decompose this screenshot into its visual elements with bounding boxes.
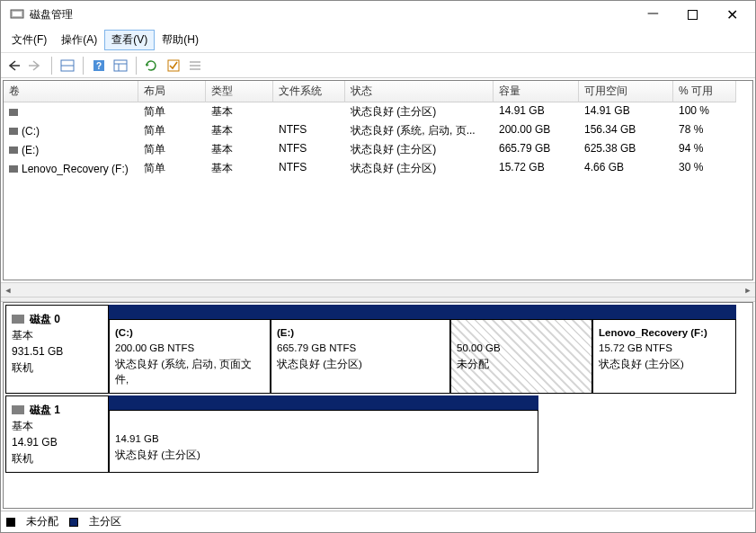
volume-row[interactable]: (C:)简单基本NTFS状态良好 (系统, 启动, 页...200.00 GB1… (4, 121, 752, 140)
partition[interactable]: (E:)665.79 GB NTFS状态良好 (主分区) (271, 319, 450, 394)
scroll-left-icon[interactable]: ◄ (1, 283, 15, 297)
svg-rect-10 (168, 60, 179, 71)
svg-text:?: ? (96, 61, 102, 71)
partition[interactable]: 14.91 GB状态良好 (主分区) (109, 410, 538, 473)
volume-icon (9, 147, 18, 154)
volume-header: 卷 布局 类型 文件系统 状态 容量 可用空间 % 可用 (4, 81, 752, 102)
disk-map: 磁盘 0基本931.51 GB联机(C:)200.00 GB NTFS状态良好 … (3, 302, 753, 509)
volume-icon (9, 165, 18, 173)
legend-primary-label: 主分区 (89, 514, 121, 529)
volume-icon (9, 109, 18, 116)
disk-icon (12, 315, 24, 324)
col-fs[interactable]: 文件系统 (273, 81, 345, 102)
volume-row[interactable]: 简单基本状态良好 (主分区)14.91 GB14.91 GB100 % (4, 102, 752, 121)
disk-row: 磁盘 0基本931.51 GB联机(C:)200.00 GB NTFS状态良好 … (5, 305, 751, 394)
panes-button[interactable] (58, 56, 77, 76)
volume-row[interactable]: (E:)简单基本NTFS状态良好 (主分区)665.79 GB625.38 GB… (4, 140, 752, 159)
partition[interactable]: (C:)200.00 GB NTFS状态良好 (系统, 启动, 页面文件, (109, 319, 271, 394)
titlebar: 磁盘管理 一 ✕ (1, 1, 755, 28)
legend-unalloc-label: 未分配 (26, 514, 58, 529)
refresh-button[interactable] (142, 56, 162, 76)
back-button[interactable] (4, 56, 24, 76)
col-status[interactable]: 状态 (345, 81, 494, 102)
disk-stripe (109, 395, 538, 410)
toolbar: ? (1, 53, 755, 78)
disk-info[interactable]: 磁盘 0基本931.51 GB联机 (5, 305, 109, 394)
help-button[interactable]: ? (89, 56, 109, 76)
col-pct[interactable]: % 可用 (673, 81, 736, 102)
menubar: 文件(F) 操作(A) 查看(V) 帮助(H) (1, 28, 755, 53)
close-button[interactable]: ✕ (712, 1, 752, 28)
h-scrollbar-top[interactable]: ◄ ► (1, 282, 755, 297)
disk-icon (12, 405, 24, 414)
disk-stripe (109, 305, 736, 319)
volume-list: 简单基本状态良好 (主分区)14.91 GB14.91 GB100 %(C:)简… (4, 102, 752, 280)
legend-primary-swatch (69, 518, 78, 527)
list-button[interactable] (185, 56, 205, 76)
disk-mgmt-icon (10, 7, 24, 22)
legend: 未分配 主分区 (1, 511, 755, 532)
volume-row[interactable]: Lenovo_Recovery (F:)简单基本NTFS状态良好 (主分区)15… (4, 159, 752, 178)
volume-icon (9, 128, 18, 135)
scroll-right-icon[interactable]: ► (741, 283, 755, 297)
partition[interactable]: Lenovo_Recovery (F:)15.72 GB NTFS状态良好 (主… (592, 319, 736, 394)
menu-view[interactable]: 查看(V) (104, 30, 155, 50)
col-capacity[interactable]: 容量 (494, 81, 579, 102)
minimize-button[interactable]: 一 (633, 1, 672, 28)
menu-help[interactable]: 帮助(H) (155, 30, 206, 50)
col-type[interactable]: 类型 (206, 81, 273, 102)
legend-unalloc-swatch (6, 518, 15, 527)
menu-file[interactable]: 文件(F) (4, 30, 54, 50)
partition-unallocated[interactable]: 50.00 GB未分配 (450, 319, 592, 394)
maximize-button[interactable] (672, 1, 712, 28)
svg-rect-1 (13, 12, 22, 16)
window-title: 磁盘管理 (30, 7, 633, 22)
svg-rect-7 (114, 60, 127, 71)
col-volume[interactable]: 卷 (4, 81, 138, 102)
col-layout[interactable]: 布局 (138, 81, 206, 102)
col-free[interactable]: 可用空间 (579, 81, 673, 102)
forward-button[interactable] (26, 56, 46, 76)
checklist-button[interactable] (164, 56, 183, 76)
disk-row: 磁盘 1基本14.91 GB联机 14.91 GB状态良好 (主分区) (5, 395, 751, 473)
disk-info[interactable]: 磁盘 1基本14.91 GB联机 (5, 395, 109, 473)
menu-action[interactable]: 操作(A) (54, 30, 104, 50)
settings-button[interactable] (111, 56, 130, 76)
svg-rect-2 (688, 10, 697, 19)
